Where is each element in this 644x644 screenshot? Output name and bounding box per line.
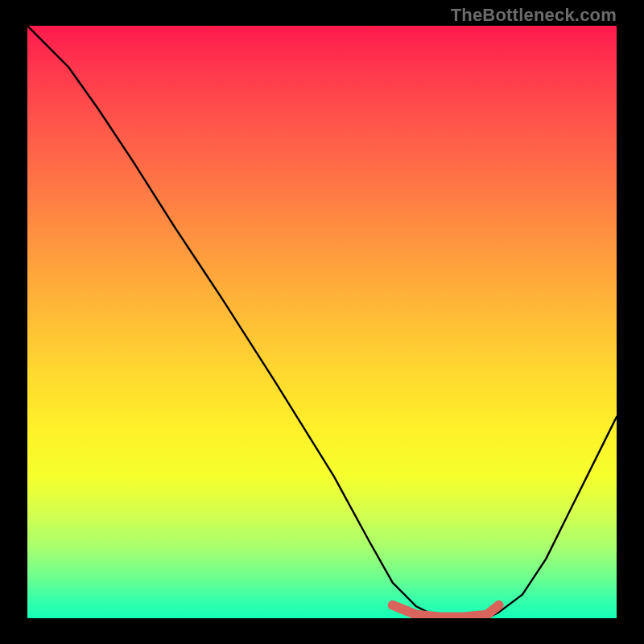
optimal-range-marker-path bbox=[393, 605, 499, 617]
chart-svg bbox=[27, 26, 617, 618]
watermark-text: TheBottleneck.com bbox=[451, 5, 617, 26]
chart-frame: TheBottleneck.com bbox=[0, 0, 644, 644]
bottleneck-curve-path bbox=[27, 26, 617, 618]
plot-area bbox=[27, 26, 617, 618]
